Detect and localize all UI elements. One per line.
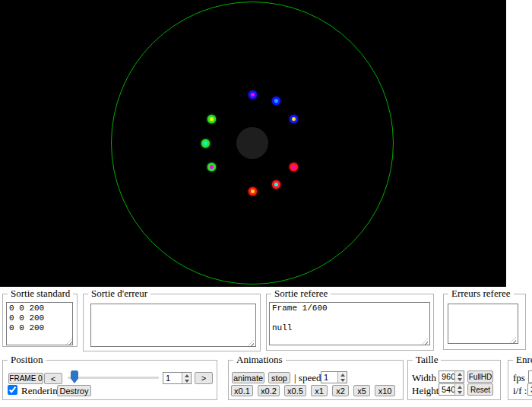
fps-input[interactable]: [528, 370, 532, 383]
rendering-checkbox[interactable]: [8, 385, 17, 395]
width-spinner[interactable]: [454, 371, 464, 382]
speed-spinner[interactable]: [337, 372, 347, 383]
stderr-panel-legend: Sortie d'erreur: [88, 288, 150, 300]
animations-panel-legend: Animations: [233, 354, 286, 366]
destroy-button[interactable]: Destroy: [57, 385, 91, 396]
height-spinner[interactable]: [454, 384, 464, 395]
stdout-panel-legend: Sortie standard: [8, 288, 73, 300]
height-input[interactable]: 540: [439, 383, 464, 396]
reset-button[interactable]: Reset: [467, 383, 493, 396]
speed-x1-button[interactable]: x1: [311, 385, 328, 396]
stdout-textarea[interactable]: 0 0 200 0 0 200 0 0 200: [6, 302, 73, 345]
spin-up-icon[interactable]: [182, 373, 191, 378]
speed-x0-5-button[interactable]: x0.5: [284, 385, 306, 396]
speed-x10-button[interactable]: x10: [375, 385, 395, 396]
frame-step-input[interactable]: 1: [163, 372, 192, 384]
spin-down-icon[interactable]: [455, 377, 464, 382]
stderr-panel: Sortie d'erreur: [83, 294, 261, 351]
speed-x0-1-button[interactable]: x0.1: [231, 385, 253, 396]
if-input[interactable]: 3: [527, 383, 532, 396]
size-panel-legend: Taille: [413, 354, 441, 366]
entity-dot: [249, 91, 257, 99]
spin-up-icon[interactable]: [338, 372, 347, 377]
frame-slider[interactable]: [68, 377, 159, 379]
referee-output-legend: Sortie referee: [271, 288, 331, 300]
animations-panel: Animations animate stop | speed : 1 x0.1…: [228, 360, 404, 400]
frame-step-spinner[interactable]: [182, 373, 191, 383]
prev-frame-button[interactable]: <: [44, 373, 62, 384]
app-window: Sortie standard 0 0 200 0 0 200 0 0 200 …: [0, 0, 532, 407]
spin-up-icon[interactable]: [455, 371, 464, 377]
speed-x0-2-button[interactable]: x0.2: [258, 385, 280, 396]
height-value: 540: [439, 384, 454, 395]
position-panel-legend: Position: [8, 354, 46, 366]
referee-errors-legend: Erreurs referee: [448, 288, 514, 300]
next-frame-button[interactable]: >: [195, 372, 213, 384]
fps-value: [529, 371, 532, 382]
entity-dot: [290, 163, 298, 171]
recording-panel-legend: Enreg: [513, 354, 532, 366]
entity-dot: [201, 139, 210, 148]
referee-output-panel: Sortie referee Frame 1/600 null: [266, 294, 434, 351]
entity-dot: [272, 97, 280, 105]
if-label: i/f :: [513, 385, 527, 397]
if-value: 3: [528, 384, 532, 395]
size-panel: Taille Width : 960 FullHD Height: 540 Re…: [407, 360, 501, 400]
stop-button[interactable]: stop: [268, 372, 290, 383]
fullhd-button[interactable]: FullHD: [467, 370, 493, 383]
position-panel: Position FRAME 0 < 1 > Rendering Destroy: [2, 360, 217, 400]
stderr-textarea[interactable]: [90, 304, 256, 347]
speed-x2-button[interactable]: x2: [332, 385, 349, 396]
spin-down-icon[interactable]: [338, 377, 347, 383]
height-label: Height:: [412, 385, 442, 397]
speed-value: 1: [321, 372, 337, 383]
speed-x5-button[interactable]: x5: [353, 385, 370, 396]
speed-input[interactable]: 1: [321, 371, 347, 383]
frame-button[interactable]: FRAME 0: [8, 373, 43, 384]
referee-errors-panel: Erreurs referee: [443, 294, 526, 350]
width-label: Width :: [412, 372, 442, 384]
render-canvas[interactable]: [0, 0, 506, 287]
spin-down-icon[interactable]: [455, 390, 464, 395]
entity-dot: [249, 187, 257, 196]
stdout-panel: Sortie standard 0 0 200 0 0 200 0 0 200: [2, 294, 78, 347]
referee-output-textarea[interactable]: Frame 1/600 null: [269, 302, 430, 345]
referee-errors-textarea[interactable]: [448, 304, 518, 344]
center-disc: [236, 127, 268, 159]
entity-dot: [272, 180, 280, 189]
entity-dot: [207, 163, 216, 171]
spin-up-icon[interactable]: [455, 384, 464, 390]
spin-down-icon[interactable]: [182, 378, 191, 383]
frame-step-value: 1: [163, 373, 182, 383]
entity-dot: [290, 115, 298, 123]
width-input[interactable]: 960: [439, 370, 464, 383]
entity-dot: [207, 115, 216, 123]
frame-slider-thumb[interactable]: [71, 370, 78, 383]
width-value: 960: [439, 371, 454, 382]
recording-panel: Enreg fps : i/f : 3: [508, 360, 532, 400]
animate-button[interactable]: animate: [232, 372, 264, 383]
